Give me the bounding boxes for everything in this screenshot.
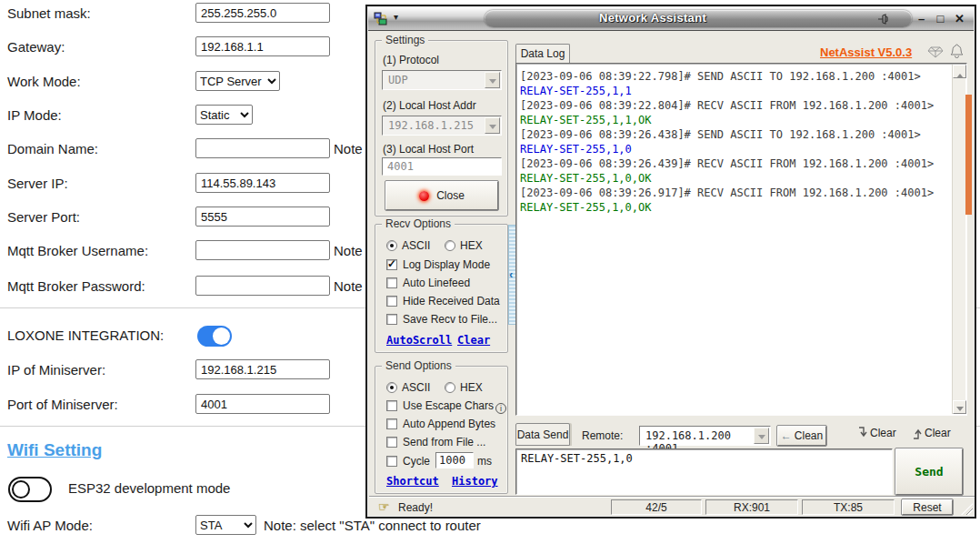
bell-icon[interactable]	[949, 43, 965, 59]
protocol-combo[interactable]: UDP	[382, 70, 502, 90]
status-counter: 42/5	[611, 499, 702, 515]
wifi-ap-mode-select[interactable]: STA	[195, 515, 256, 535]
miniserver-ip-input[interactable]	[195, 359, 330, 379]
server-ip-label: Server IP:	[7, 176, 68, 191]
miniserver-port-label: Port of Miniserver:	[7, 397, 118, 412]
maximize-button[interactable]: □	[934, 11, 947, 26]
netassist-version-link[interactable]: NetAssist V5.0.3	[820, 45, 912, 59]
local-host-addr-combo[interactable]: 192.168.1.215	[382, 116, 502, 136]
local-host-addr-label: (2) Local Host Addr	[383, 99, 476, 112]
statusbar-divider	[369, 497, 975, 498]
diamond-icon[interactable]	[927, 43, 944, 59]
log-line: RELAY-SET-255,1,0,OK	[520, 200, 950, 215]
send-options-group: Send Options ASCII HEX Use Escape Charsi…	[375, 366, 508, 494]
miniserver-ip-label: IP of Miniserver:	[7, 362, 105, 378]
gateway-input[interactable]	[195, 36, 330, 56]
window-client-area: Settings (1) Protocol UDP (2) Local Host…	[369, 32, 975, 517]
log-line: [2023-09-06 08:39:22.798]# SEND ASCII TO…	[520, 69, 950, 84]
curved-up-arrow-icon	[911, 427, 923, 439]
wifi-ap-mode-note: Note: select "STA" connect to router	[264, 518, 481, 533]
combo-dropdown-icon[interactable]	[485, 72, 500, 88]
combo-dropdown-icon[interactable]	[485, 117, 500, 134]
esp32-toggle[interactable]	[8, 477, 52, 502]
log-scrollbar[interactable]	[952, 65, 965, 414]
connection-status-icon	[419, 191, 429, 201]
cycle-label: Cycle	[403, 455, 430, 468]
resize-grip[interactable]	[961, 503, 973, 515]
hide-received-data-checkbox[interactable]	[386, 296, 397, 307]
send-ascii-radio[interactable]	[386, 382, 397, 393]
mqtt-password-input[interactable]	[195, 276, 330, 296]
clear-send-button[interactable]: Clear	[856, 427, 896, 439]
use-escape-chars-label: Use Escape Charsi	[403, 399, 506, 414]
mqtt-username-label: Mqtt Broker Username:	[7, 243, 148, 258]
data-log-panel[interactable]: [2023-09-06 08:39:22.798]# SEND ASCII TO…	[515, 63, 967, 416]
gateway-label: Gateway:	[7, 39, 65, 55]
local-host-port-input[interactable]: 4001	[382, 157, 502, 176]
scroll-down-icon[interactable]	[953, 400, 966, 414]
title-bar[interactable]: ▾ Network Assistant – □ ✕	[368, 7, 974, 31]
subnet-mask-input[interactable]	[195, 3, 330, 23]
tab-data-log[interactable]: Data Log	[515, 44, 570, 63]
curved-down-arrow-icon	[856, 427, 868, 439]
clean-button[interactable]: ←Clean	[777, 426, 826, 446]
send-message-input[interactable]: RELAY-SET-255,1,0	[515, 448, 893, 495]
remote-label: Remote:	[582, 429, 623, 442]
log-line: [2023-09-06 08:39:22.804]# RECV ASCII FR…	[520, 98, 950, 113]
cycle-interval-input[interactable]	[435, 452, 474, 468]
autoscroll-link[interactable]: AutoScroll	[386, 334, 452, 347]
minimize-button[interactable]: –	[915, 11, 928, 26]
log-display-mode-checkbox[interactable]	[386, 259, 397, 270]
pin-icon[interactable]	[875, 12, 890, 26]
tab-data-send[interactable]: Data Send	[515, 423, 570, 446]
auto-append-bytes-checkbox[interactable]	[386, 418, 397, 429]
save-recv-to-file-label: Save Recv to File...	[403, 313, 497, 326]
combo-dropdown-icon[interactable]	[754, 428, 769, 444]
history-link[interactable]: History	[452, 475, 498, 488]
save-recv-to-file-checkbox[interactable]	[386, 314, 397, 325]
log-line: RELAY-SET-255,1,0	[520, 142, 950, 156]
scroll-position-marker[interactable]	[965, 95, 972, 215]
mqtt-username-input[interactable]	[195, 240, 330, 260]
miniserver-port-input[interactable]	[195, 394, 330, 414]
close-connection-button[interactable]: Close	[385, 181, 498, 210]
toggle-knob	[213, 327, 230, 345]
recv-clear-link[interactable]: Clear	[457, 334, 490, 347]
send-options-title: Send Options	[382, 359, 455, 372]
recv-hex-radio[interactable]	[445, 240, 455, 251]
loxone-toggle[interactable]	[197, 326, 232, 347]
server-ip-input[interactable]	[195, 173, 330, 193]
network-assistant-window: ▾ Network Assistant – □ ✕ Settings (1) P…	[365, 5, 976, 519]
reset-button[interactable]: Reset	[902, 499, 953, 515]
local-host-addr-value: 192.168.1.215	[388, 119, 474, 132]
send-from-file-label: Send from File ...	[403, 436, 485, 448]
auto-linefeed-checkbox[interactable]	[386, 277, 397, 288]
clear-label: Clear	[870, 427, 896, 439]
recv-options-title: Recv Options	[382, 217, 455, 230]
status-rx: RX:901	[705, 499, 798, 515]
close-window-button[interactable]: ✕	[953, 11, 966, 26]
send-from-file-checkbox[interactable]	[386, 437, 397, 448]
cycle-checkbox[interactable]	[386, 456, 397, 467]
loxone-label: LOXONE INTEGRATION:	[7, 327, 164, 343]
info-icon[interactable]: i	[495, 403, 506, 414]
shortcut-link[interactable]: Shortcut	[386, 475, 439, 488]
send-button[interactable]: Send	[895, 448, 963, 495]
esp32-label: ESP32 development mode	[68, 480, 230, 496]
send-ascii-label: ASCII	[402, 381, 430, 394]
window-title: Network Assistant	[368, 11, 937, 25]
wifi-setting-link[interactable]: Wifi Setting	[7, 440, 102, 460]
local-host-port-label: (3) Local Host Port	[383, 143, 474, 156]
recv-ascii-radio[interactable]	[386, 240, 397, 251]
scroll-up-icon[interactable]	[953, 65, 966, 78]
server-port-input[interactable]	[195, 207, 330, 227]
send-hex-radio[interactable]	[445, 382, 455, 393]
ip-mode-select[interactable]: Static	[195, 105, 253, 125]
domain-name-input[interactable]	[195, 138, 330, 158]
clear-recv-button[interactable]: Clear	[911, 427, 951, 439]
mqtt-password-label: Mqtt Broker Password:	[7, 278, 145, 294]
work-mode-select[interactable]: TCP Server	[195, 71, 280, 91]
log-line: [2023-09-06 08:39:26.438]# SEND ASCII TO…	[520, 127, 950, 142]
remote-address-combo[interactable]: 192.168.1.200 :4001	[639, 426, 771, 446]
use-escape-chars-checkbox[interactable]	[386, 400, 397, 411]
